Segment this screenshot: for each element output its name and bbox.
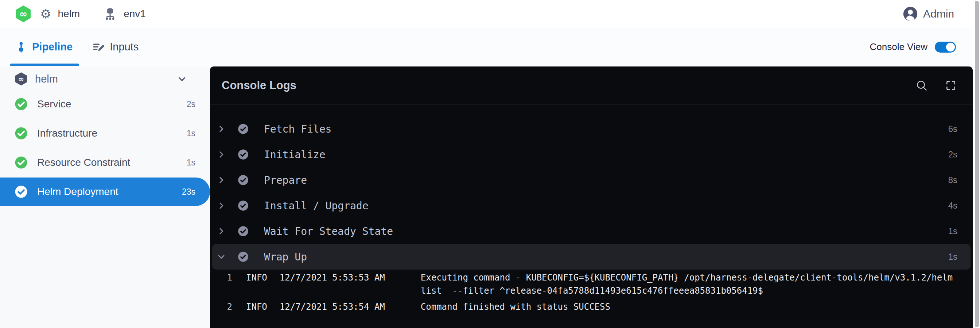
chevron-right-icon[interactable] (216, 226, 226, 236)
fullscreen-expand-icon[interactable] (945, 80, 957, 91)
stage-label: Helm Deployment (37, 186, 118, 198)
step-duration: 1s (948, 226, 958, 236)
infinity-glyph: ∞ (19, 9, 27, 19)
project-settings-gear-icon: ⚙ (40, 8, 51, 20)
success-check-icon (238, 226, 249, 237)
stage-label: Resource Constraint (37, 157, 130, 168)
top-bar: ∞ ⚙ helm env1 (0, 0, 980, 28)
step-label: Prepare (264, 174, 307, 186)
step-row-prepare[interactable]: Prepare 8s (212, 167, 970, 193)
step-label: Wait For Steady State (264, 226, 393, 237)
step-row-fetch-files[interactable]: Fetch Files 6s (212, 116, 970, 142)
stage-row-helm-deployment[interactable]: Helm Deployment 23s (0, 178, 210, 206)
stage-label: Service (37, 98, 71, 110)
step-label: Install / Upgrade (264, 200, 369, 212)
stage-list: Service 2s Infrastructure 1s (0, 90, 210, 206)
pipeline-hexagon-icon: ∞ (15, 72, 27, 85)
log-level: INFO (246, 271, 267, 284)
step-row-wait-for-steady-state[interactable]: Wait For Steady State 1s (212, 218, 970, 244)
success-check-icon (238, 149, 249, 160)
success-check-icon (14, 127, 28, 140)
search-icon[interactable] (916, 80, 928, 91)
log-message: Command finished with status SUCCESS (421, 300, 964, 314)
success-check-icon (14, 185, 28, 198)
console-title: Console Logs (222, 79, 296, 92)
vertical-scrollbar[interactable] (973, 0, 980, 328)
scrollbar-thumb[interactable] (975, 1, 979, 327)
success-check-icon (238, 200, 249, 211)
step-row-install-upgrade[interactable]: Install / Upgrade 4s (212, 193, 970, 218)
log-timestamp: 12/7/2021 5:53:54 AM (280, 300, 385, 314)
stage-duration: 2s (187, 99, 196, 109)
stage-duration: 1s (187, 158, 196, 168)
environment-icon (103, 7, 117, 21)
user-name: Admin (923, 8, 954, 20)
log-line: 1 INFO 12/7/2021 5:53:53 AM Executing co… (210, 271, 973, 297)
execution-sidebar: ∞ helm Service 2s (0, 67, 210, 328)
success-check-icon (14, 98, 28, 111)
step-duration: 2s (948, 149, 958, 160)
console-view-toggle[interactable] (935, 42, 956, 53)
log-line: 2 INFO 12/7/2021 5:53:54 AM Command fini… (210, 300, 973, 314)
step-duration: 6s (948, 124, 958, 134)
step-label: Fetch Files (264, 123, 331, 135)
success-check-icon (238, 123, 249, 134)
success-check-icon (238, 251, 249, 262)
user-menu[interactable]: Admin (903, 6, 954, 22)
chevron-down-icon[interactable] (216, 252, 226, 261)
tab-pipeline[interactable]: Pipeline (15, 28, 73, 66)
log-line-number: 1 (210, 271, 232, 284)
console-header: Console Logs (210, 67, 973, 104)
pipeline-icon (15, 41, 27, 53)
success-check-icon (14, 156, 28, 169)
console-logs-panel: Console Logs (210, 67, 973, 328)
log-level: INFO (246, 300, 267, 314)
step-duration: 4s (948, 200, 958, 211)
environment-name: env1 (124, 8, 146, 20)
tab-inputs-label: Inputs (110, 41, 138, 53)
stage-row-service[interactable]: Service 2s (0, 90, 210, 118)
avatar-icon (903, 6, 918, 22)
success-check-icon (238, 174, 249, 186)
harness-logo-icon[interactable]: ∞ (16, 5, 30, 22)
step-duration: 8s (948, 175, 958, 185)
console-step-list: Fetch Files 6s Initialize 2s (210, 104, 973, 270)
log-message: Executing command - KUBECONFIG=${KUBECON… (421, 271, 964, 297)
step-duration: 1s (948, 252, 958, 262)
stage-row-resource-constraint[interactable]: Resource Constraint 1s (0, 148, 210, 177)
infinity-glyph: ∞ (18, 75, 24, 83)
console-view-label: Console View (870, 41, 928, 53)
project-name: helm (57, 8, 80, 20)
stage-label: Infrastructure (37, 128, 97, 139)
active-tab-underline (10, 64, 79, 66)
step-label: Wrap Up (264, 251, 307, 263)
stage-duration: 23s (182, 187, 196, 197)
inputs-edit-icon (92, 41, 105, 53)
chevron-right-icon[interactable] (216, 124, 226, 134)
tab-pipeline-label: Pipeline (32, 41, 73, 53)
tab-bar: Pipeline Inputs Console View (0, 28, 980, 66)
app-window: ∞ ⚙ helm env1 (0, 0, 980, 328)
pipeline-group-header[interactable]: ∞ helm (0, 68, 210, 90)
toggle-knob (946, 43, 955, 51)
log-line-list: 1 INFO 12/7/2021 5:53:53 AM Executing co… (210, 270, 973, 316)
chevron-right-icon[interactable] (216, 175, 226, 185)
log-timestamp: 12/7/2021 5:53:53 AM (280, 271, 385, 284)
log-line-number: 2 (210, 300, 232, 314)
pipeline-group-name: helm (35, 73, 58, 85)
step-row-wrap-up[interactable]: Wrap Up 1s (212, 244, 970, 270)
chevron-right-icon[interactable] (216, 150, 226, 159)
main-content: ∞ helm Service 2s (0, 67, 980, 328)
step-row-initialize[interactable]: Initialize 2s (212, 142, 970, 167)
step-label: Initialize (264, 149, 326, 161)
chevron-down-icon[interactable] (177, 74, 188, 84)
stage-row-infrastructure[interactable]: Infrastructure 1s (0, 119, 210, 147)
chevron-right-icon[interactable] (216, 201, 226, 210)
stage-duration: 1s (187, 128, 196, 138)
tab-inputs[interactable]: Inputs (92, 28, 138, 66)
